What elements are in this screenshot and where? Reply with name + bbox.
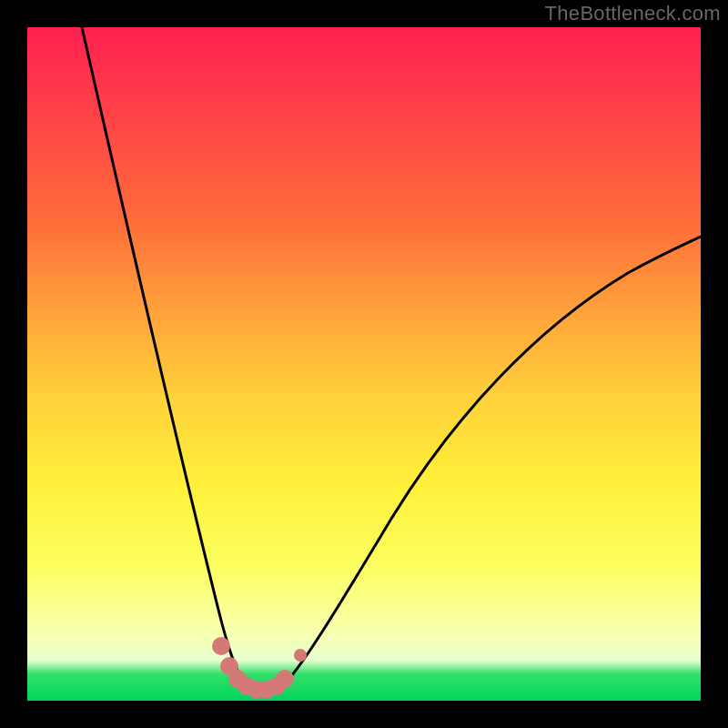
chart-frame: TheBottleneck.com: [0, 0, 728, 728]
svg-point-0: [212, 637, 230, 655]
optimal-band-markers: [212, 637, 307, 699]
plot-area: [27, 27, 701, 701]
watermark-text: TheBottleneck.com: [545, 2, 721, 25]
svg-point-7: [276, 670, 294, 688]
svg-point-8: [294, 649, 307, 662]
chart-svg: [27, 27, 701, 701]
bottleneck-curve: [82, 27, 701, 693]
